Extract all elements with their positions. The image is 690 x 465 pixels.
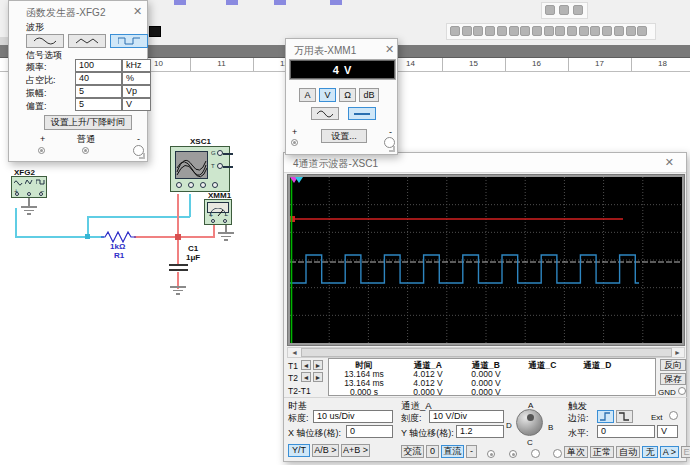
falling-edge-button[interactable]	[616, 410, 633, 423]
wire-output	[177, 272, 179, 286]
timebase-scale-input[interactable]: 10 us/Div	[313, 410, 393, 423]
mode-amps-button[interactable]: A	[299, 88, 316, 102]
yt-mode-button[interactable]: Y/T	[288, 444, 310, 457]
toolbar-button[interactable]	[520, 26, 530, 36]
channel-ypos-input[interactable]: 1.2	[456, 425, 504, 438]
gnd-radio[interactable]	[678, 387, 686, 395]
toolbar-button[interactable]	[559, 5, 569, 15]
ruler-number: 15	[442, 59, 505, 68]
resize-grip[interactable]	[139, 153, 145, 159]
duty-unit[interactable]: %	[122, 72, 151, 85]
channel-b-radio[interactable]	[509, 450, 517, 458]
frequency-unit[interactable]: kHz	[122, 59, 151, 72]
channel-d-radio[interactable]	[553, 449, 562, 458]
scroll-right-icon[interactable]: ►	[672, 348, 683, 357]
reverse-button[interactable]: 反向	[660, 359, 686, 371]
triangle-wave-button[interactable]	[68, 34, 106, 48]
toolbar-icon-fragment[interactable]	[274, 0, 286, 5]
trigger-single-button[interactable]: 单次	[564, 446, 588, 458]
toolbar-button[interactable]	[532, 26, 542, 36]
resize-grip[interactable]	[389, 146, 395, 152]
plus-terminal-radio[interactable]	[38, 147, 45, 154]
trigger-a-button[interactable]: A >	[660, 446, 679, 458]
trigger-level-input[interactable]: 0	[597, 425, 655, 438]
toolbar-button[interactable]	[573, 5, 583, 15]
toolbar-button[interactable]	[579, 26, 589, 36]
trigger-section-label: 触发	[568, 400, 587, 413]
ab-mode-button[interactable]: A/B >	[312, 444, 339, 457]
square-wave-button[interactable]	[110, 34, 148, 48]
toolbar-button[interactable]	[567, 26, 577, 36]
scrollbar-thumb[interactable]	[301, 348, 672, 357]
aplusb-mode-button[interactable]: A+B >	[341, 444, 370, 457]
toolbar-button[interactable]	[590, 26, 600, 36]
toolbar-button[interactable]	[602, 26, 612, 36]
trigger-auto-button[interactable]: 自动	[616, 446, 640, 458]
close-icon[interactable]: ✕	[385, 43, 394, 56]
duty-input[interactable]: 40	[75, 72, 122, 85]
knob-letter-b: B	[548, 422, 553, 433]
xmm1-symbol[interactable]: + −	[204, 199, 232, 225]
toolbar-button[interactable]	[545, 5, 555, 15]
t1-right-arrow-button[interactable]: ►	[313, 360, 323, 370]
toolbar-button[interactable]	[497, 26, 507, 36]
common-terminal-radio[interactable]	[82, 147, 89, 154]
dc-mode-button[interactable]	[348, 107, 376, 120]
toolbar-icon-fragment[interactable]	[174, 0, 186, 5]
xsc1-symbol[interactable]: G T	[170, 146, 230, 192]
ac-coupling-button[interactable]: 交流	[401, 445, 424, 458]
settings-button[interactable]: 设置...	[321, 129, 367, 143]
timebase-xpos-input[interactable]: 0	[346, 425, 393, 438]
trigger-level-unit[interactable]: V	[657, 425, 678, 438]
toolbar-icon-fragment[interactable]	[330, 0, 342, 5]
trigger-ext-radio[interactable]	[669, 411, 678, 420]
toolbar-button[interactable]	[509, 26, 519, 36]
mode-ohms-button[interactable]: Ω	[339, 88, 356, 102]
channel-select-knob[interactable]	[516, 409, 543, 436]
mode-volts-button[interactable]: V	[319, 88, 336, 102]
zero-coupling-button[interactable]: 0	[426, 445, 439, 458]
rise-fall-time-button[interactable]: 设置上升/下降时间	[44, 115, 132, 130]
trigger-ext-button[interactable]: Ext	[681, 446, 690, 458]
trigger-normal-button[interactable]: 正常	[590, 446, 614, 458]
toolbar-button[interactable]	[462, 26, 472, 36]
scroll-left-icon[interactable]: ◄	[289, 348, 300, 357]
channel-scale-input[interactable]: 10 V/Div	[429, 410, 504, 423]
minus-coupling-button[interactable]: -	[466, 445, 477, 458]
scope-scrollbar[interactable]: ◄ ►	[287, 347, 685, 358]
toolbar-button[interactable]	[626, 26, 636, 36]
t2-right-arrow-button[interactable]: ►	[313, 372, 323, 382]
ac-mode-button[interactable]	[311, 107, 339, 120]
close-icon[interactable]: ✕	[133, 5, 142, 18]
close-icon[interactable]: ✕	[665, 156, 674, 169]
toolbar-icon-fragment[interactable]	[226, 0, 238, 5]
plus-terminal-label: +	[40, 134, 45, 145]
toolbar-button[interactable]	[485, 26, 495, 36]
sine-wave-button[interactable]	[26, 34, 64, 48]
toolbar-button[interactable]	[544, 26, 554, 36]
dc-coupling-button[interactable]: 直流	[441, 445, 464, 458]
trigger-none-button[interactable]: 无	[642, 446, 658, 458]
amplitude-input[interactable]: 5	[75, 85, 122, 98]
mode-db-button[interactable]: dB	[359, 88, 379, 102]
toolbar-button[interactable]	[473, 26, 483, 36]
toolbar-button[interactable]	[450, 26, 460, 36]
t1-left-arrow-button[interactable]: ◄	[301, 360, 311, 370]
toolbar-button[interactable]	[614, 26, 624, 36]
plus-terminal-radio[interactable]	[291, 139, 298, 146]
amplitude-unit[interactable]: Vp	[122, 85, 151, 98]
capacitor-c1[interactable]	[169, 264, 188, 272]
rising-edge-button[interactable]	[597, 410, 614, 423]
t2-left-arrow-button[interactable]: ◄	[301, 372, 311, 382]
inuse-list-icon[interactable]	[149, 26, 161, 37]
xfg2-symbol[interactable]: + −	[11, 176, 47, 198]
square-glyph-icon	[36, 179, 45, 186]
save-button[interactable]: 保存	[660, 373, 686, 385]
toolbar-button[interactable]	[555, 26, 565, 36]
frequency-input[interactable]: 100	[75, 59, 122, 72]
offset-input[interactable]: 5	[75, 98, 122, 111]
offset-unit[interactable]: V	[122, 98, 151, 111]
channel-a-radio[interactable]	[487, 450, 495, 458]
toolbar-button[interactable]	[637, 26, 647, 36]
channel-c-radio[interactable]	[531, 449, 540, 458]
